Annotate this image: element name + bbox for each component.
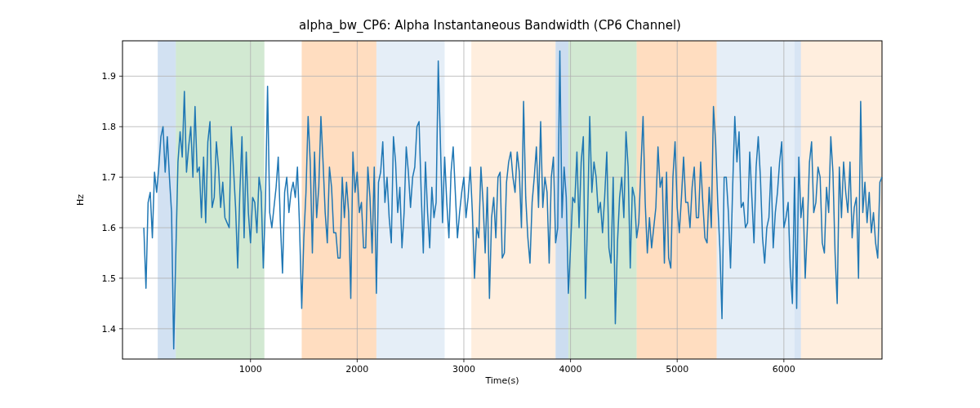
y-ticks: 1.41.51.61.71.81.9 [102, 71, 123, 335]
y-axis-label: Hz [75, 194, 86, 206]
axes: 100020003000400050006000 1.41.51.61.71.8… [122, 41, 882, 359]
y-tick-label: 1.7 [102, 172, 117, 183]
y-tick-label: 1.6 [102, 223, 117, 233]
y-tick-label: 1.9 [102, 71, 117, 82]
figure: alpha_bw_CP6: Alpha Instantaneous Bandwi… [0, 0, 980, 408]
x-tick-label: 2000 [345, 364, 368, 375]
x-tick-label: 3000 [452, 364, 475, 375]
x-tick-label: 1000 [239, 364, 262, 375]
x-tick-label: 4000 [559, 364, 582, 375]
x-tick-label: 6000 [773, 364, 795, 375]
x-ticks: 100020003000400050006000 [239, 359, 795, 375]
x-tick-label: 5000 [666, 364, 688, 375]
x-axis-label: Time(s) [484, 375, 519, 386]
y-tick-label: 1.8 [102, 122, 117, 132]
y-tick-label: 1.5 [102, 273, 117, 284]
chart-title: alpha_bw_CP6: Alpha Instantaneous Bandwi… [0, 18, 980, 33]
y-tick-label: 1.4 [102, 324, 117, 335]
